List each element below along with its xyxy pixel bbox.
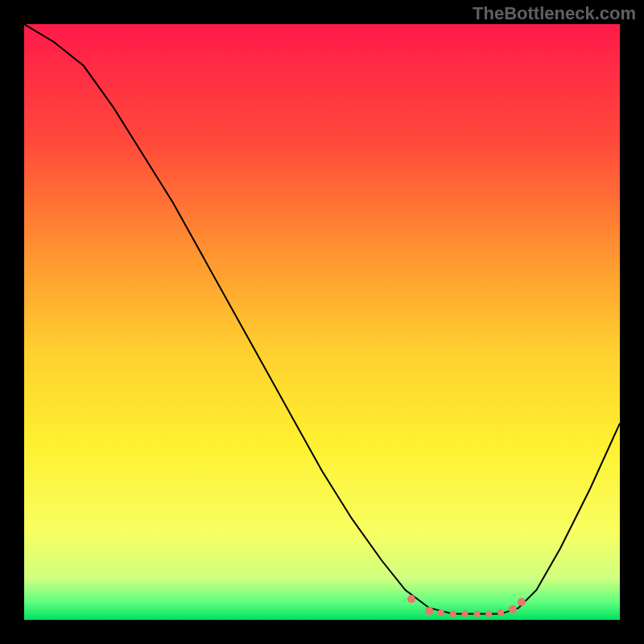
marker-dot bbox=[509, 605, 517, 613]
marker-dot bbox=[485, 611, 492, 617]
watermark-text: TheBottleneck.com bbox=[473, 3, 636, 24]
marker-dot bbox=[407, 595, 415, 603]
marker-dot bbox=[438, 609, 444, 616]
chart-svg bbox=[24, 24, 620, 620]
marker-dot bbox=[473, 611, 480, 617]
marker-dot bbox=[450, 611, 456, 617]
plot-area bbox=[24, 24, 620, 620]
marker-dot bbox=[425, 607, 433, 615]
marker-dot bbox=[462, 611, 469, 617]
marker-dot bbox=[497, 609, 504, 616]
chart-background bbox=[24, 24, 620, 620]
marker-dot bbox=[518, 598, 526, 606]
